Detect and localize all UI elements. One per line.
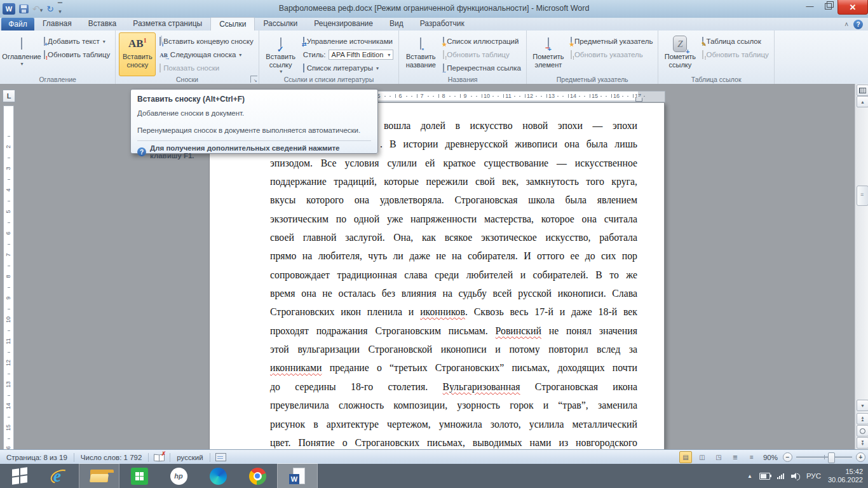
document-line: . В истории древнерусской живописи она б… xyxy=(380,135,637,153)
ribbon-small-button[interactable]: ★Список иллюстраций xyxy=(441,35,523,48)
tab-stop-selector[interactable]: L xyxy=(3,90,15,102)
ruler-toggle-icon[interactable] xyxy=(857,85,868,96)
save-icon[interactable] xyxy=(19,4,29,13)
zoom-slider-thumb[interactable] xyxy=(828,452,835,463)
help-question-icon: ? xyxy=(137,147,146,156)
ribbon-group: +−Пометитьэлемент★Предметный указатель!О… xyxy=(527,30,659,84)
document-line: иконниками предание о “третьих Строганов… xyxy=(270,358,637,377)
help-icon[interactable]: ? xyxy=(853,20,863,29)
tab-Вставка[interactable]: Вставка xyxy=(80,17,125,30)
hp-icon[interactable]: hp xyxy=(159,464,198,488)
ribbon-group-label: Оглавление xyxy=(0,76,115,83)
tab-Ссылки[interactable]: Ссылки xyxy=(210,17,255,30)
volume-icon[interactable] xyxy=(791,473,799,480)
ribbon-small-button[interactable]: Показать сноски xyxy=(158,62,255,74)
tray-language[interactable]: РУС xyxy=(806,472,821,480)
document-line: до середины 18-го столетия. Вульгаризова… xyxy=(270,377,637,396)
select-browse-object-icon[interactable] xyxy=(857,425,868,437)
chrome-icon[interactable] xyxy=(238,464,277,488)
document-line: Строгановских икон пленила и иконников. … xyxy=(270,302,637,321)
undo-icon[interactable]: ↶▾ xyxy=(32,4,43,13)
restore-button[interactable] xyxy=(819,0,837,12)
scroll-up-icon[interactable]: ▲ xyxy=(857,96,868,107)
ribbon-small-button[interactable]: ⇄Управление источниками xyxy=(301,35,396,48)
battery-icon[interactable] xyxy=(759,473,770,480)
tab-Вид[interactable]: Вид xyxy=(381,17,412,30)
ribbon-small-button[interactable]: →Перекрестная ссылка xyxy=(441,62,523,74)
minimize-button[interactable]: — xyxy=(801,0,819,12)
ribbon-tab-row: Файл ГлавнаяВставкаРазметка страницыСсыл… xyxy=(0,18,868,30)
tab-file[interactable]: Файл xyxy=(1,18,34,30)
start-button[interactable] xyxy=(0,464,39,488)
word-count[interactable]: Число слов: 1 792 xyxy=(79,454,144,461)
ribbon-small-button[interactable]: !Обновить таблицу xyxy=(700,48,770,61)
microsoft-store-icon[interactable] xyxy=(119,464,159,488)
tab-Главная[interactable]: Главная xyxy=(34,17,80,30)
customize-qat-icon[interactable]: ▔▾ xyxy=(58,3,62,15)
macro-record-icon[interactable] xyxy=(215,453,226,461)
ribbon-small-button[interactable]: !Обновить указатель xyxy=(569,48,655,61)
language-indicator[interactable]: русский xyxy=(175,454,204,461)
word-app-icon[interactable]: W xyxy=(3,3,15,15)
ribbon-small-button[interactable]: !Обновить таблицу xyxy=(42,48,112,61)
view-outline-icon[interactable]: ≣ xyxy=(729,451,742,463)
zoom-slider[interactable] xyxy=(796,456,852,459)
bibliography-icon xyxy=(303,64,304,72)
style-combo[interactable]: Стиль:APA Fifth Edition▾ xyxy=(301,48,396,61)
internet-explorer-icon[interactable]: e xyxy=(39,464,79,488)
scroll-down-icon[interactable]: ▼ xyxy=(857,400,868,411)
citation-style-value[interactable]: APA Fifth Edition▾ xyxy=(329,50,394,60)
tab-Разработчик[interactable]: Разработчик xyxy=(412,17,473,30)
ribbon-small-button[interactable]: ✎Таблица ссылок xyxy=(700,35,770,48)
view-print-layout-icon[interactable]: ▤ xyxy=(679,451,692,463)
ribbon-small-button[interactable]: iВставить концевую сноску xyxy=(158,35,255,48)
tab-Рассылки[interactable]: Рассылки xyxy=(255,17,306,30)
document-line: проходят подражания Строгановским письма… xyxy=(270,322,637,340)
file-explorer-icon[interactable] xyxy=(79,463,119,488)
ribbon-group: Z+Пометитьссылку✎Таблица ссылок!Обновить… xyxy=(658,30,774,84)
ribbon-small-button[interactable]: Список литературы▾ xyxy=(301,62,396,74)
next-page-icon[interactable]: ▼▼ xyxy=(857,437,868,449)
zoom-in-icon[interactable]: + xyxy=(856,452,865,462)
zoom-level[interactable]: 90% xyxy=(762,454,779,461)
view-draft-icon[interactable]: ≡ xyxy=(745,451,758,463)
network-signal-icon[interactable] xyxy=(777,473,784,479)
redo-icon[interactable]: ↻ xyxy=(46,4,54,13)
page-indicator[interactable]: Страница: 8 из 19 xyxy=(5,454,69,461)
tab-Разметка страницы[interactable]: Разметка страницы xyxy=(125,17,210,30)
scrollbar-thumb[interactable] xyxy=(857,186,868,206)
document-text[interactable]: вошла долей в искусство новой эпохи — эп… xyxy=(270,116,637,449)
tooltip-line2: Перенумерация сносок в документе выполня… xyxy=(137,126,371,134)
ribbon-big-button[interactable]: +−Пометитьэлемент xyxy=(530,32,567,76)
collapse-ribbon-icon[interactable]: ˄ xyxy=(844,21,848,28)
ribbon-small-button[interactable]: !Обновить таблицу xyxy=(441,48,523,61)
word-taskbar-icon[interactable]: W xyxy=(277,463,318,488)
ribbon-small-button[interactable]: АВ→Следующая сноска▾ xyxy=(158,48,255,61)
vertical-ruler[interactable]: 2345678910111213141516 xyxy=(3,105,14,449)
dialog-launcher-icon[interactable]: ↘ xyxy=(250,76,257,83)
tooltip-help-row: ? Для получения дополнительных сведений … xyxy=(137,144,371,159)
ribbon-big-button[interactable]: ▪Вставитьназвание xyxy=(402,32,439,76)
view-web-layout-icon[interactable]: ◳ xyxy=(712,451,725,463)
view-fullscreen-reading-icon[interactable]: ◫ xyxy=(696,451,709,463)
window-controls: — ✕ xyxy=(801,0,868,15)
ribbon-big-button[interactable]: Z+Пометитьссылку xyxy=(661,32,698,76)
ribbon-small-button[interactable]: +Добавить текст▾ xyxy=(42,35,112,48)
previous-page-icon[interactable]: ▲▲ xyxy=(857,413,868,424)
edge-icon[interactable] xyxy=(198,464,238,488)
crossref-icon: → xyxy=(443,64,444,72)
ribbon-big-button[interactable]: Оглавление▾ xyxy=(3,32,40,76)
tab-Рецензирование[interactable]: Рецензирование xyxy=(306,17,381,30)
tooltip-line1: Добавление сноски в документ. xyxy=(137,109,371,117)
vertical-scrollbar[interactable]: ▲ ▼ ▲▲ ▼▼ xyxy=(855,84,868,449)
ribbon-big-button[interactable]: АВ1Вставитьсноску xyxy=(119,32,156,76)
ribbon-big-button[interactable]: ✓Вставитьссылку▾ xyxy=(262,32,299,76)
tray-expand-icon[interactable]: ▲ xyxy=(747,473,752,479)
zoom-out-icon[interactable]: − xyxy=(783,452,792,462)
ribbon-small-button[interactable]: ★Предметный указатель xyxy=(569,35,655,48)
endnote-icon: i xyxy=(159,37,161,45)
ribbon-group: ▪Вставитьназвание★Список иллюстраций!Обн… xyxy=(399,30,527,84)
spellcheck-icon[interactable]: ✗ xyxy=(154,454,165,461)
tray-clock[interactable]: 15:42 30.06.2022 xyxy=(828,468,863,484)
close-button[interactable]: ✕ xyxy=(837,0,868,15)
